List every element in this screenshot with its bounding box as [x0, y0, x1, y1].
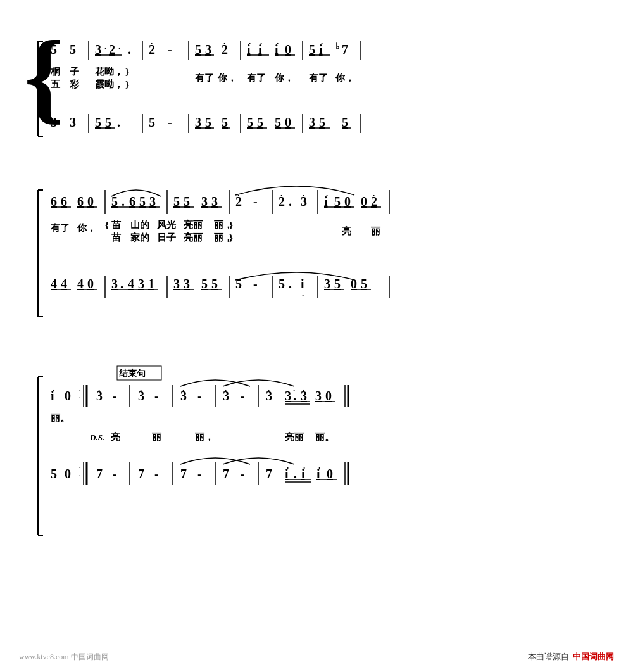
- svg-text:有了: 有了: [194, 73, 214, 83]
- svg-text:6: 6: [61, 194, 67, 208]
- svg-text:有了: 有了: [308, 73, 328, 83]
- svg-text:D.S.: D.S.: [89, 433, 104, 442]
- svg-text:·: ·: [303, 191, 304, 200]
- svg-text:·: ·: [303, 385, 304, 395]
- svg-text:.: .: [117, 115, 120, 129]
- svg-text:·: ·: [79, 464, 81, 471]
- svg-text:·: ·: [373, 191, 375, 200]
- svg-text:五: 五: [51, 79, 61, 89]
- footer: www.ktvc8.com 中国词曲网 本曲谱源自 中国词曲网: [19, 651, 614, 662]
- svg-text:·: ·: [268, 385, 270, 395]
- svg-text:0: 0: [325, 389, 332, 403]
- svg-text:结束句: 结束句: [118, 368, 146, 378]
- svg-text:桐: 桐: [50, 67, 60, 77]
- svg-text:·: ·: [280, 191, 282, 200]
- svg-text:2: 2: [109, 42, 115, 56]
- svg-text:}: }: [125, 79, 129, 89]
- svg-text:子: 子: [70, 67, 79, 77]
- svg-text:5: 5: [247, 115, 253, 129]
- svg-text:7: 7: [96, 467, 103, 481]
- svg-text:3: 3: [95, 42, 101, 56]
- svg-text:1: 1: [148, 277, 154, 291]
- svg-text:5: 5: [201, 277, 208, 291]
- svg-text:6: 6: [51, 194, 57, 208]
- svg-text:.: .: [120, 277, 123, 291]
- svg-text:4: 4: [128, 277, 134, 291]
- svg-text:5: 5: [222, 115, 228, 129]
- svg-text:·: ·: [182, 385, 184, 395]
- svg-text:山的: 山的: [130, 220, 149, 230]
- svg-text:5: 5: [235, 277, 242, 291]
- svg-text:}: }: [229, 220, 233, 230]
- svg-text:7: 7: [223, 467, 229, 481]
- svg-text:-: -: [241, 389, 245, 403]
- svg-text:5: 5: [95, 115, 101, 129]
- svg-text:3: 3: [309, 115, 315, 129]
- svg-text:5: 5: [51, 467, 57, 481]
- svg-text:5: 5: [139, 194, 146, 208]
- svg-text:·: ·: [79, 395, 81, 402]
- svg-text:0: 0: [87, 277, 94, 291]
- section3-notation: 结束句 i · 0 · · 3 · - 3 · - 3 · - 3: [19, 355, 627, 551]
- svg-text:4: 4: [51, 277, 57, 291]
- svg-text:3: 3: [211, 194, 218, 208]
- svg-text:-: -: [154, 389, 159, 403]
- svg-text:·: ·: [249, 39, 251, 48]
- svg-text:5: 5: [195, 42, 201, 56]
- svg-text:丽。: 丽。: [51, 413, 70, 423]
- svg-text:5: 5: [184, 194, 190, 208]
- svg-text:丽。: 丽。: [315, 432, 334, 442]
- svg-text:·: ·: [318, 463, 320, 472]
- footer-source-link[interactable]: 中国词曲网: [573, 651, 614, 662]
- svg-text:·: ·: [223, 39, 225, 48]
- svg-text:亮丽: 亮丽: [184, 232, 203, 243]
- svg-text:♭: ♭: [335, 42, 340, 51]
- svg-text:0: 0: [344, 194, 351, 208]
- svg-text:丽: 丽: [371, 226, 381, 236]
- svg-text:·: ·: [79, 387, 81, 394]
- svg-text:-: -: [253, 194, 258, 208]
- svg-text:3: 3: [173, 277, 180, 291]
- svg-text:3: 3: [70, 115, 76, 129]
- svg-text:0: 0: [285, 115, 291, 129]
- svg-text:0: 0: [361, 194, 367, 208]
- svg-text:霞呦，: 霞呦，: [95, 79, 123, 89]
- svg-text:·: ·: [326, 191, 328, 200]
- svg-text:你，: 你，: [274, 73, 294, 83]
- svg-text:·: ·: [118, 43, 120, 53]
- svg-text:-: -: [168, 115, 172, 129]
- svg-text:.: .: [128, 42, 131, 56]
- svg-text:.: .: [294, 467, 297, 481]
- svg-text:你，: 你，: [335, 73, 354, 83]
- svg-text:·: ·: [237, 191, 239, 200]
- svg-text:·: ·: [302, 290, 304, 300]
- svg-text:日子: 日子: [157, 232, 176, 243]
- svg-text:5: 5: [173, 194, 180, 208]
- svg-text:.: .: [289, 194, 292, 208]
- svg-text:丽，: 丽，: [195, 432, 214, 442]
- svg-text:5: 5: [334, 277, 341, 291]
- svg-text:-: -: [154, 467, 159, 481]
- svg-text:.: .: [289, 277, 292, 291]
- svg-text:苗: 苗: [111, 220, 122, 230]
- svg-text:7: 7: [180, 467, 187, 481]
- svg-text:·: ·: [303, 463, 305, 472]
- svg-text:.: .: [122, 194, 125, 208]
- svg-text:0: 0: [351, 277, 357, 291]
- svg-text:亮: 亮: [111, 431, 120, 442]
- svg-text:5: 5: [205, 115, 211, 129]
- svg-text:5: 5: [211, 277, 218, 291]
- svg-text:3: 3: [195, 115, 201, 129]
- svg-text:丽: 丽: [152, 432, 162, 442]
- svg-text:苗: 苗: [111, 232, 122, 243]
- svg-text:·: ·: [287, 463, 289, 472]
- svg-text:·: ·: [151, 39, 153, 48]
- svg-text:-: -: [168, 42, 172, 56]
- svg-text:·: ·: [79, 472, 81, 479]
- svg-text:0: 0: [65, 389, 71, 403]
- svg-text:i: i: [301, 277, 304, 291]
- svg-text:·: ·: [225, 385, 227, 395]
- svg-text:有了: 有了: [246, 73, 266, 83]
- svg-text:3: 3: [184, 277, 190, 291]
- svg-text:-: -: [197, 389, 202, 403]
